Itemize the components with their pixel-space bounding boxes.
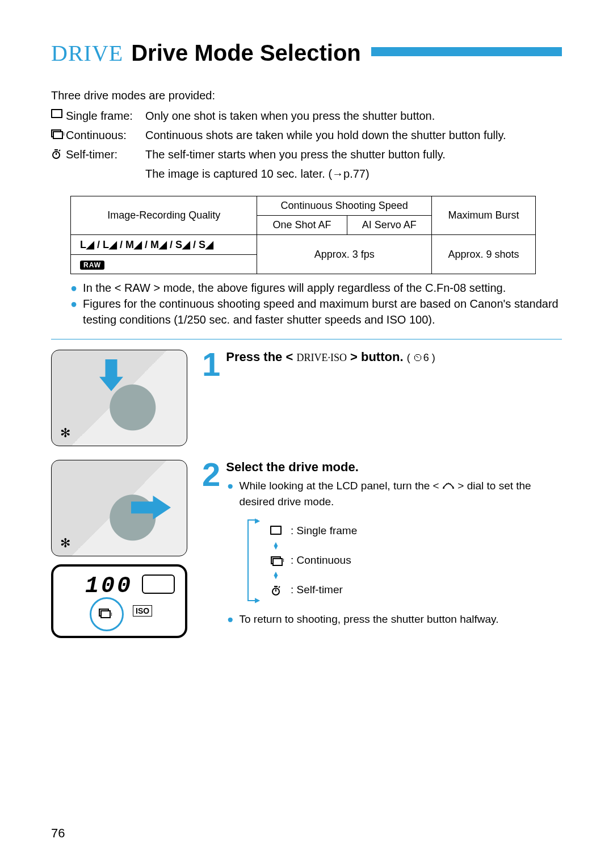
- intro-block: Three drive modes are provided: Single f…: [51, 87, 562, 182]
- turn-dial-arrow-icon: [131, 496, 171, 519]
- step-number: 2: [202, 460, 220, 489]
- th-speed: Continuous Shooting Speed: [257, 196, 431, 216]
- title-prefix: DRIVE: [51, 40, 123, 66]
- main-dial-icon: [442, 480, 455, 494]
- step1-post: > button.: [350, 350, 403, 364]
- opt-text: : Continuous: [291, 552, 351, 568]
- note-text: In the < RAW > mode, the above figures w…: [83, 280, 506, 296]
- note-item: ● In the < RAW > mode, the above figures…: [70, 280, 562, 296]
- page-number: 76: [51, 826, 65, 841]
- th-burst: Maximum Burst: [431, 196, 535, 235]
- cycle-updown-arrow-icon: ▲▼: [272, 572, 357, 578]
- cycle-rail: ▶ ▶: [247, 519, 258, 601]
- td-speed: Approx. 3 fps: [257, 235, 431, 274]
- cycle-option-single: : Single frame: [269, 519, 357, 542]
- press-arrow-icon: [99, 359, 123, 391]
- cycle-option-continuous: ıı : Continuous: [269, 549, 357, 572]
- page-title-row: DRIVE Drive Mode Selection: [51, 40, 562, 66]
- manual-page: DRIVE Drive Mode Selection Three drive m…: [0, 0, 613, 868]
- spec-table: Image-Recording Quality Continuous Shoot…: [70, 196, 536, 274]
- self-timer-icon: [51, 146, 66, 161]
- svg-rect-9: [274, 586, 278, 587]
- step-2-body: ● While looking at the LCD panel, turn t…: [202, 478, 562, 627]
- bullet-dot-icon: ●: [70, 296, 77, 328]
- step-1-figure: ✻: [51, 350, 187, 454]
- mode-desc: The self-timer starts when you press the…: [145, 146, 562, 163]
- title-accent-bar: [371, 47, 562, 56]
- continuous-icon: ıı: [269, 552, 283, 569]
- mode-desc: Only one shot is taken when you press th…: [145, 107, 562, 124]
- mode-desc-line2: The image is captured 10 sec. later. (→p…: [145, 165, 562, 182]
- lcd-continuous-icon: ıı: [99, 605, 109, 620]
- mode-desc: Continuous shots are taken while you hol…: [145, 127, 562, 144]
- cycle-updown-arrow-icon: ▲▼: [272, 542, 357, 549]
- step-2: ✻ 100 ıı ISO 2 Select the drive mode.: [51, 460, 562, 638]
- step-2-text: 2 Select the drive mode. ● While looking…: [202, 460, 562, 638]
- lcd-value: 100: [85, 573, 133, 599]
- th-ai-servo: AI Servo AF: [347, 216, 431, 235]
- mode-label: Single frame:: [66, 107, 145, 124]
- camera-top-illustration-1: ✻: [51, 350, 187, 446]
- bullet-dot-icon: ●: [70, 280, 77, 296]
- page-title: Drive Mode Selection: [131, 40, 361, 66]
- cycle-arrow-icon: ▶: [255, 516, 260, 526]
- step2-bullet1: While looking at the LCD panel, turn the…: [239, 478, 562, 509]
- lcd-battery-box-icon: [142, 575, 175, 594]
- steps: ✻ 1 Press the < DRIVE·ISO > button. ( ⏲6…: [51, 339, 562, 638]
- step-2-figures: ✻ 100 ıı ISO: [51, 460, 187, 638]
- asterisk-icon: ✻: [57, 425, 73, 441]
- camera-top-illustration-2: ✻: [51, 460, 187, 556]
- note-text: Figures for the continuous shooting spee…: [83, 296, 562, 328]
- single-frame-icon: [51, 107, 66, 123]
- td-quality-jpeg: L◢ / L◢ / M◢ / M◢ / S◢ / S◢: [71, 235, 257, 255]
- lcd-panel-illustration: 100 ıı ISO: [51, 564, 187, 638]
- step-1: ✻ 1 Press the < DRIVE·ISO > button. ( ⏲6…: [51, 350, 562, 454]
- lcd-iso-label: ISO: [133, 605, 152, 617]
- th-quality: Image-Recording Quality: [71, 196, 257, 235]
- mode-continuous: ıı Continuous: Continuous shots are take…: [51, 127, 562, 144]
- step2-bullet2: To return to shooting, press the shutter…: [239, 611, 498, 627]
- opt-text: : Single frame: [291, 523, 357, 539]
- intro-text: Three drive modes are provided:: [51, 87, 562, 104]
- step-number: 1: [202, 350, 220, 379]
- self-timer-icon: [269, 582, 283, 598]
- drive-iso-label: DRIVE·ISO: [296, 352, 347, 363]
- cycle-option-self-timer: : Self-timer: [269, 578, 357, 601]
- svg-line-10: [279, 586, 280, 588]
- td-quality-raw: RAW: [71, 255, 257, 274]
- th-one-shot: One Shot AF: [257, 216, 347, 235]
- svg-line-3: [59, 150, 60, 151]
- opt-text: : Self-timer: [291, 582, 343, 598]
- step1-pre: Press the <: [226, 350, 293, 364]
- step-1-text: 1 Press the < DRIVE·ISO > button. ( ⏲6 ): [202, 350, 562, 454]
- cycle-arrow-icon: ▶: [255, 596, 260, 605]
- mode-label: Self-timer:: [66, 146, 145, 163]
- notes: ● In the < RAW > mode, the above figures…: [51, 280, 562, 328]
- mode-list: Single frame: Only one shot is taken whe…: [51, 107, 562, 182]
- mode-label: Continuous:: [66, 127, 145, 144]
- note-item: ● Figures for the continuous shooting sp…: [70, 296, 562, 328]
- td-burst: Approx. 9 shots: [431, 235, 535, 274]
- asterisk-icon: ✻: [57, 535, 73, 551]
- step-1-heading: Press the < DRIVE·ISO > button. ( ⏲6 ): [202, 350, 562, 364]
- mode-single-frame: Single frame: Only one shot is taken whe…: [51, 107, 562, 124]
- step1-timer: ( ⏲6 ): [407, 352, 435, 363]
- drive-mode-cycle-diagram: ▶ ▶ : Single frame ▲▼ ıı: [247, 519, 562, 601]
- mode-self-timer: Self-timer: The self-timer starts when y…: [51, 146, 562, 163]
- svg-rect-2: [54, 149, 58, 150]
- step-2-heading: Select the drive mode.: [202, 460, 562, 475]
- bullet-dot-icon: ●: [227, 478, 233, 509]
- continuous-icon: ıı: [51, 127, 66, 142]
- cycle-options: : Single frame ▲▼ ıı : Continuous ▲▼: [258, 519, 357, 601]
- b1-pre: While looking at the LCD panel, turn the…: [239, 480, 439, 492]
- single-frame-icon: [269, 523, 283, 539]
- bullet-dot-icon: ●: [227, 611, 233, 627]
- raw-badge: RAW: [80, 261, 104, 270]
